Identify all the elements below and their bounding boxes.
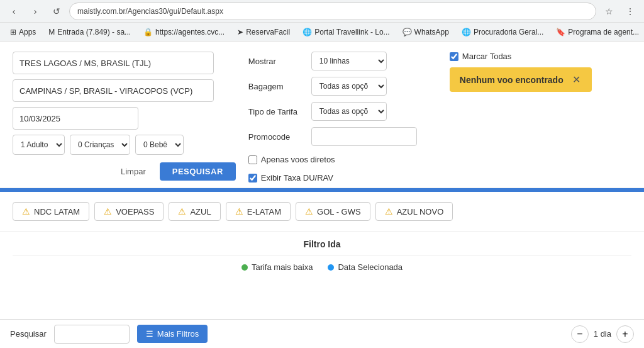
tab-azul-novo-label: AZUL NOVO (397, 207, 444, 216)
marcar-todas-row: Marcar Todas (450, 52, 592, 61)
globe-icon: 🌐 (303, 28, 312, 36)
left-form-panel: 1 Adulto 0 Crianças 0 Bebê Limpar PESQUI… (13, 52, 236, 182)
tab-ndc-latam[interactable]: ⚠ NDC LATAM (13, 202, 89, 221)
mostrar-select[interactable]: 10 linhas (311, 52, 387, 70)
browser-toolbar: ‹ › ↺ maistly.com.br/Agencias30/gui/Defa… (0, 0, 644, 23)
plus-dia-button[interactable]: + (616, 325, 634, 332)
reload-button[interactable]: ↺ (48, 3, 65, 20)
bagagem-row: Bagagem Todas as opçõ (248, 77, 425, 96)
clear-button[interactable]: Limpar (113, 163, 153, 180)
bookmark-reservafacil-label: ReservaFacil (246, 28, 290, 36)
pesquisar-input[interactable] (54, 325, 130, 332)
chat-icon: 💬 (402, 28, 412, 36)
filter-panel: Mostrar 10 linhas Bagagem Todas as opçõ … (248, 52, 425, 182)
legend-tarifa: Tarifa mais baixa (242, 262, 313, 272)
arrow-icon: ➤ (237, 28, 243, 36)
globe2-icon: 🌐 (462, 28, 471, 36)
tab-gol-gws[interactable]: ⚠ GOL - GWS (296, 202, 370, 221)
dia-label: 1 dia (594, 329, 611, 331)
marcar-todas-label: Marcar Todas (462, 52, 512, 61)
form-buttons: Limpar PESQUISAR (13, 162, 236, 181)
babies-select[interactable]: 0 Bebê (135, 135, 184, 155)
apenas-diretos-label: Apenas voos diretos (261, 155, 335, 164)
nenhum-voo-alert: Nenhum voo encontrado ✕ (450, 67, 592, 92)
destination-input[interactable] (13, 79, 214, 102)
bookmark-whatsapp[interactable]: 💬 WhatsApp (397, 26, 454, 38)
promocode-input[interactable] (311, 127, 417, 146)
filtro-legend: Tarifa mais baixa Data Selecionada (13, 255, 631, 272)
children-select[interactable]: 0 Crianças (70, 135, 130, 155)
tab-azul-novo[interactable]: ⚠ AZUL NOVO (375, 202, 453, 221)
legend-tarifa-label: Tarifa mais baixa (252, 262, 313, 272)
tab-gol-gws-label: GOL - GWS (317, 207, 361, 216)
apenas-diretos-checkbox[interactable] (248, 155, 257, 164)
mais-filtros-button[interactable]: ☰ Mais Filtros (137, 325, 208, 331)
tipo-tarifa-select[interactable]: Todas as opçõ (311, 102, 387, 121)
nenhum-voo-text: Nenhum voo encontrado (460, 75, 564, 85)
tab-e-latam[interactable]: ⚠ E-LATAM (226, 202, 291, 221)
bookmark-agentes[interactable]: 🔒 https://agentes.cvc... (138, 26, 230, 38)
filtro-ida-section: Filtro Ida Tarifa mais baixa Data Seleci… (0, 231, 644, 279)
address-text: maistly.com.br/Agencias30/gui/Default.as… (77, 7, 223, 16)
bookmark-travellink-label: Portal Travellink - Lo... (314, 28, 389, 36)
bookmark-reservafacil[interactable]: ➤ ReservaFacil (232, 26, 295, 38)
bookmark-apps[interactable]: ⊞ Apps (5, 26, 41, 38)
bookmark-button[interactable]: ☆ (600, 3, 618, 20)
bookmark-apps-label: Apps (19, 28, 36, 36)
nenhum-voo-close-button[interactable]: ✕ (571, 74, 582, 86)
tab-azul[interactable]: ⚠ AZUL (169, 202, 220, 221)
tipo-tarifa-row: Tipo de Tarifa Todas as opçõ (248, 102, 425, 121)
filtro-ida-title: Filtro Ida (13, 239, 631, 249)
minus-dia-button[interactable]: − (571, 325, 589, 332)
mostrar-label: Mostrar (248, 57, 305, 66)
mais-filtros-label: Mais Filtros (157, 329, 199, 331)
date-input[interactable] (13, 107, 138, 130)
blue-dot-icon (328, 264, 334, 271)
bookmark-programa[interactable]: 🔖 Programa de agent... (551, 26, 644, 38)
adults-select[interactable]: 1 Adulto (13, 135, 65, 155)
bagagem-label: Bagagem (248, 82, 305, 91)
exibir-taxa-checkbox[interactable] (248, 174, 257, 182)
legend-data-label: Data Selecionada (338, 262, 402, 272)
bookmark-gmail-label: Entrada (7.849) - sa... (57, 28, 131, 36)
dia-controls: − 1 dia + (571, 325, 634, 332)
warning-icon-gol: ⚠ (305, 206, 313, 216)
lock-icon: 🔒 (143, 28, 153, 36)
warning-icon-voepass: ⚠ (104, 206, 112, 216)
more-button[interactable]: ⋮ (621, 3, 639, 20)
bookmark-travellink[interactable]: 🌐 Portal Travellink - Lo... (297, 26, 394, 38)
tab-ndc-latam-label: NDC LATAM (34, 207, 80, 216)
warning-icon-ndc: ⚠ (22, 206, 30, 216)
origin-input[interactable] (13, 52, 214, 74)
bagagem-select[interactable]: Todas as opçõ (311, 77, 387, 96)
filter-lines-icon: ☰ (146, 329, 153, 331)
bookmark-agentes-label: https://agentes.cvc... (155, 28, 225, 36)
forward-button[interactable]: › (26, 3, 44, 20)
exibir-taxa-label: Exibir Taxa DU/RAV (261, 173, 333, 182)
warning-icon-azul-novo: ⚠ (385, 206, 393, 216)
green-dot-icon (242, 264, 248, 271)
pesquisar-label: Pesquisar (10, 329, 47, 331)
mostrar-row: Mostrar 10 linhas (248, 52, 425, 70)
tab-voepass[interactable]: ⚠ VOEPASS (94, 202, 164, 221)
tab-e-latam-label: E-LATAM (247, 207, 281, 216)
back-button[interactable]: ‹ (5, 3, 23, 20)
marcar-todas-checkbox[interactable] (450, 52, 458, 61)
gmail-icon: M (48, 28, 55, 36)
bookmark-whatsapp-label: WhatsApp (414, 28, 449, 36)
address-bar[interactable]: maistly.com.br/Agencias30/gui/Default.as… (69, 3, 596, 20)
legend-data: Data Selecionada (328, 262, 402, 272)
search-button[interactable]: PESQUISAR (160, 162, 236, 181)
airline-tabs: ⚠ NDC LATAM ⚠ VOEPASS ⚠ AZUL ⚠ E-LATAM ⚠… (0, 192, 644, 231)
tab-voepass-label: VOEPASS (116, 207, 154, 216)
bookmark-procuradoria[interactable]: 🌐 Procuradoria Geral... (457, 26, 548, 38)
apps-icon: ⊞ (10, 28, 16, 36)
rightmost-panel: Marcar Todas Nenhum voo encontrado ✕ (437, 52, 592, 182)
apenas-diretos-row: Apenas voos diretos (248, 155, 425, 164)
promocode-row: Promocode (248, 127, 425, 146)
bookmark-gmail[interactable]: M Entrada (7.849) - sa... (43, 26, 136, 38)
tab-azul-label: AZUL (190, 207, 211, 216)
tipo-tarifa-label: Tipo de Tarifa (248, 107, 305, 116)
warning-icon-elatam: ⚠ (235, 206, 243, 216)
bookmark-procuradoria-label: Procuradoria Geral... (474, 28, 543, 36)
